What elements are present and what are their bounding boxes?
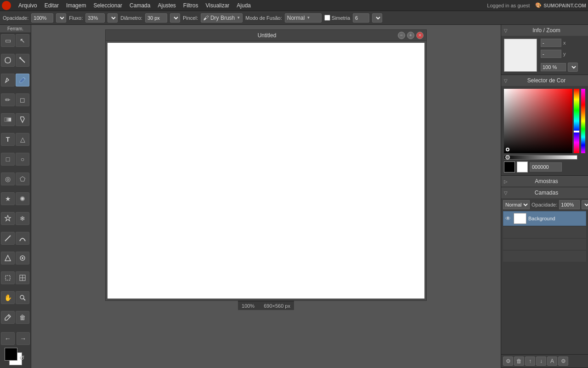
curve-tool[interactable] <box>16 232 29 245</box>
blend-mode-picker[interactable]: Normal ▼ <box>285 13 322 23</box>
sumo-logo-text: SUMOPAINT.COM <box>543 3 586 8</box>
gradient-tool[interactable] <box>1 113 15 126</box>
flow-dropdown[interactable]: ▼ <box>107 13 118 23</box>
color-selector-header[interactable]: ▽ Selector de Cor <box>501 75 588 86</box>
star-tool[interactable]: ★ <box>1 192 15 205</box>
hue-strip[interactable] <box>574 89 579 153</box>
transform-tool[interactable] <box>1 271 15 284</box>
x-coord-input[interactable] <box>541 39 561 47</box>
info-zoom-header[interactable]: ▽ Info / Zoom <box>501 25 588 36</box>
ellipse-shape-tool[interactable]: ○ <box>16 153 29 166</box>
color-hex-input[interactable] <box>530 162 562 172</box>
amostras-header[interactable]: ▷ Amostras <box>501 176 588 187</box>
brush-picker[interactable]: 🖌 Dry Brush ▼ <box>201 13 243 23</box>
diameter-input[interactable] <box>145 13 167 23</box>
brush-name: Dry Brush <box>210 15 235 21</box>
right-panel: ▽ Info / Zoom x y <box>501 25 588 368</box>
canvas-title: Untitled <box>136 32 398 39</box>
y-coord-input[interactable] <box>541 50 561 58</box>
menu-editar[interactable]: Editar <box>41 0 62 11</box>
lasso-tool[interactable] <box>1 54 15 67</box>
menu-visualizar[interactable]: Visualizar <box>202 0 233 11</box>
zoom-select[interactable]: ▼ <box>568 63 578 72</box>
color-reset-icon[interactable]: ↺ <box>19 354 25 362</box>
app-logo[interactable] <box>2 1 11 10</box>
layer-add-button[interactable]: ⚙ <box>558 356 568 366</box>
color-strip-right[interactable] <box>581 89 585 153</box>
trash-tool[interactable]: 🗑 <box>16 311 29 324</box>
arrow-left-button[interactable]: ← <box>1 332 15 345</box>
opacity-input[interactable] <box>31 13 53 23</box>
menu-imagem[interactable]: Imagem <box>62 0 90 11</box>
layer-move-down-button[interactable]: ↓ <box>536 356 546 366</box>
menu-seleccionar[interactable]: Seleccionar <box>90 0 126 11</box>
arrow-right-button[interactable]: → <box>17 332 30 345</box>
layer-opacity-input[interactable] <box>559 200 580 209</box>
color-selector-content <box>501 86 588 175</box>
color-fg-swatch[interactable] <box>504 161 515 172</box>
slice-tool[interactable] <box>16 271 29 284</box>
menu-camada[interactable]: Camada <box>126 0 154 11</box>
text-tool[interactable]: T <box>1 133 15 146</box>
menu-ajuda[interactable]: Ajuda <box>233 0 254 11</box>
rect-shape-tool[interactable]: □ <box>1 153 15 166</box>
svg-line-0 <box>20 58 25 63</box>
hand-tool[interactable]: ✋ <box>1 291 15 304</box>
eraser-tool[interactable]: ◻ <box>16 93 29 106</box>
layer-move-up-button[interactable]: ↑ <box>525 356 535 366</box>
main-layout: Ferram. ▭ ↖ ✏ ◻ <box>0 25 588 368</box>
menu-ajustes[interactable]: Ajustes <box>154 0 179 11</box>
layer-visibility-icon[interactable]: 👁 <box>504 215 512 222</box>
opacity-dropdown[interactable]: ▼ <box>56 13 66 23</box>
magic-wand-tool[interactable] <box>16 54 29 67</box>
foreground-color-swatch[interactable] <box>5 348 17 361</box>
eyedropper-tool[interactable] <box>1 311 15 324</box>
layer-row[interactable]: 👁 Background <box>503 211 586 226</box>
info-zoom-content: x y ▼ <box>501 36 588 75</box>
maximize-button[interactable]: + <box>407 32 414 39</box>
circle-select-tool[interactable]: ◎ <box>1 172 15 185</box>
flow-input[interactable] <box>85 13 105 23</box>
polygon-tool[interactable]: ⬠ <box>16 172 29 185</box>
brush-label: Pincel: <box>183 15 198 21</box>
color-gradient-picker[interactable] <box>504 89 572 153</box>
toolbox-header: Ferram. <box>0 25 31 33</box>
smudge-tool[interactable]: △ <box>16 133 29 146</box>
canvas-content[interactable] <box>107 43 424 299</box>
color-bg-swatch[interactable] <box>517 161 528 172</box>
paint-bucket-tool[interactable] <box>16 113 29 126</box>
pencil-tool[interactable]: ✏ <box>1 93 15 106</box>
zoom-tool[interactable] <box>16 291 29 304</box>
diameter-dropdown[interactable]: ▼ <box>170 13 180 23</box>
symmetry-dropdown[interactable]: ▼ <box>372 13 382 23</box>
menu-arquivo[interactable]: Arquivo <box>15 0 41 11</box>
star2-tool[interactable]: ✺ <box>16 192 29 205</box>
minimize-button[interactable]: − <box>398 32 405 39</box>
badge-tool[interactable] <box>1 212 15 225</box>
symmetry-toggle[interactable]: Simetria <box>324 15 350 21</box>
brush-tool[interactable] <box>16 74 29 86</box>
layer-blend-mode-select[interactable]: Normal <box>503 200 530 209</box>
symmetry-input[interactable] <box>353 13 369 23</box>
pen-tool[interactable] <box>1 74 15 86</box>
close-button[interactable]: ✕ <box>416 32 424 39</box>
zoom-input[interactable] <box>541 63 566 71</box>
color-lightness-slider[interactable] <box>504 155 577 160</box>
layer-opacity-dropdown[interactable]: ▼ <box>582 200 588 209</box>
layer-settings-button[interactable]: ⚙ <box>503 356 513 366</box>
layer-text-button[interactable]: A <box>547 356 557 366</box>
layer-placeholder-1 <box>503 227 586 238</box>
svg-line-4 <box>5 236 11 241</box>
snowflake-tool[interactable]: ❄ <box>16 212 29 225</box>
layer-delete-button[interactable]: 🗑 <box>514 356 524 366</box>
svg-rect-3 <box>5 118 11 121</box>
hue-cursor <box>574 131 579 132</box>
select-rect-tool[interactable]: ▭ <box>1 34 15 47</box>
liquify-tool[interactable] <box>16 252 29 264</box>
camadas-header[interactable]: ▽ Camadas <box>501 187 588 198</box>
fill-tool[interactable] <box>1 252 15 264</box>
menu-filtros[interactable]: Filtros <box>180 0 202 11</box>
symmetry-checkbox[interactable] <box>324 15 330 21</box>
move-tool[interactable]: ↖ <box>16 34 29 47</box>
line-tool[interactable] <box>1 232 15 245</box>
